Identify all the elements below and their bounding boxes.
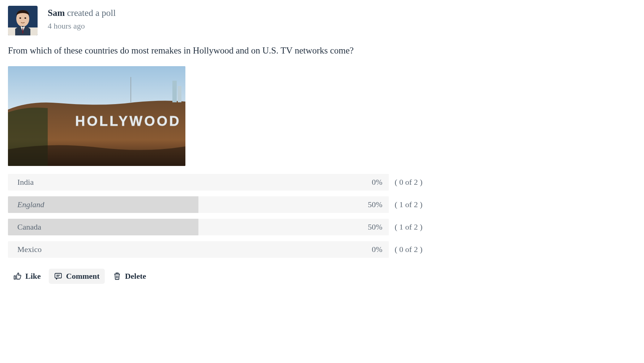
poll-option[interactable]: Mexico0%( 0 of 2 ) — [8, 241, 427, 258]
poll-option-count: ( 1 of 2 ) — [395, 219, 427, 235]
like-label: Like — [25, 272, 41, 281]
post-timestamp: 4 hours ago — [48, 21, 116, 31]
post-actions: Like Comment Delete — [8, 269, 636, 284]
delete-label: Delete — [125, 272, 146, 281]
poll-option-count: ( 0 of 2 ) — [395, 174, 427, 191]
poll-option-percent: 0% — [372, 245, 389, 254]
poll-option-label: Canada — [8, 222, 368, 232]
svg-point-3 — [20, 17, 21, 19]
poll-option-count: ( 1 of 2 ) — [395, 196, 427, 213]
post-header: Sam created a poll 4 hours ago — [8, 6, 636, 35]
poll-option-percent: 0% — [372, 178, 389, 187]
thumbs-up-icon — [13, 272, 22, 281]
avatar-image — [8, 6, 38, 35]
svg-rect-7 — [178, 86, 181, 102]
poll-option-percent: 50% — [368, 200, 389, 209]
poll-option[interactable]: Canada50%( 1 of 2 ) — [8, 219, 427, 235]
poll-options: India0%( 0 of 2 )England50%( 1 of 2 )Can… — [8, 174, 427, 258]
post-byline: Sam created a poll — [48, 7, 116, 19]
svg-text:HOLLYWOOD: HOLLYWOOD — [75, 114, 181, 129]
poll-option-bar[interactable]: Mexico0% — [8, 241, 389, 258]
poll-option-bar[interactable]: India0% — [8, 174, 389, 191]
hollywood-image: HOLLYWOOD — [8, 66, 185, 166]
poll-option-label: Mexico — [8, 245, 372, 254]
delete-button[interactable]: Delete — [108, 269, 151, 284]
poll-option[interactable]: India0%( 0 of 2 ) — [8, 174, 427, 191]
poll-option-label: England — [8, 200, 368, 209]
user-avatar[interactable] — [8, 6, 38, 35]
poll-question: From which of these countries do most re… — [8, 44, 636, 57]
svg-point-4 — [25, 17, 26, 19]
comment-icon — [54, 272, 63, 281]
comment-button[interactable]: Comment — [49, 269, 105, 284]
trash-icon — [113, 272, 121, 281]
byline-action: created a poll — [65, 8, 116, 18]
svg-rect-6 — [172, 81, 177, 102]
poll-option-bar[interactable]: England50% — [8, 196, 389, 213]
comment-label: Comment — [66, 272, 100, 281]
post-header-text: Sam created a poll 4 hours ago — [48, 6, 116, 31]
poll-option-bar[interactable]: Canada50% — [8, 219, 389, 235]
poll-option-count: ( 0 of 2 ) — [395, 241, 427, 258]
poll-image[interactable]: HOLLYWOOD — [8, 66, 185, 166]
poll-option-percent: 50% — [368, 222, 389, 232]
user-name[interactable]: Sam — [48, 8, 65, 18]
poll-option[interactable]: England50%( 1 of 2 ) — [8, 196, 427, 213]
like-button[interactable]: Like — [8, 269, 46, 284]
poll-option-label: India — [8, 178, 372, 187]
svg-rect-10 — [55, 273, 61, 278]
